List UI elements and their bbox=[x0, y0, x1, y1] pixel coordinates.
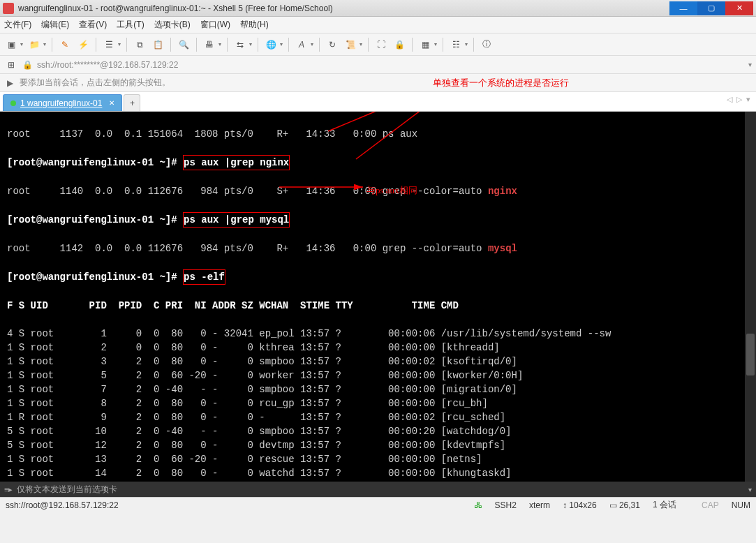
close-button[interactable]: ✕ bbox=[725, 1, 753, 15]
tile-icon[interactable]: ▦ bbox=[418, 38, 432, 52]
dropdown-icon[interactable]: ▾ bbox=[249, 41, 252, 47]
transfer-icon[interactable]: ⇆ bbox=[233, 38, 247, 52]
app-icon bbox=[3, 3, 14, 14]
highlighted-cmd-nginx: ps aux |grep nginx bbox=[183, 155, 290, 170]
menu-help[interactable]: 帮助(H) bbox=[240, 19, 269, 31]
window-title: wangruifenglinux-01 - root@wangruifengli… bbox=[18, 3, 669, 13]
fullscreen-icon[interactable]: ⛶ bbox=[374, 38, 388, 52]
ps-row: 1 R root 9 2 0 80 0 - 0 - 13:57 ? 00:00:… bbox=[7, 410, 749, 424]
ps-row: 1 S root 3 2 0 80 0 - 0 smpboo 13:57 ? 0… bbox=[7, 355, 749, 369]
dropdown-icon[interactable]: ▾ bbox=[360, 41, 362, 47]
paste-icon[interactable]: 📋 bbox=[151, 38, 165, 52]
dropdown-icon[interactable]: ▾ bbox=[748, 486, 752, 493]
sessions-icon[interactable]: ⊞ bbox=[4, 58, 18, 72]
help-icon[interactable]: ⓘ bbox=[480, 38, 494, 52]
divider bbox=[319, 38, 320, 52]
divider bbox=[96, 38, 96, 52]
size-icon: ↕ bbox=[563, 500, 567, 510]
send-bar: ≡▸ 仅将文本发送到当前选项卡 ▾ bbox=[0, 482, 756, 497]
dropdown-icon[interactable]: ▾ bbox=[311, 41, 313, 47]
font-icon[interactable]: A bbox=[295, 38, 309, 52]
status-num: NUM bbox=[732, 500, 750, 510]
terminal-line: [root@wangruifenglinux-01 ~]# ps aux |gr… bbox=[7, 155, 749, 170]
cursor-icon: ▭ bbox=[609, 500, 617, 510]
divider bbox=[126, 38, 127, 52]
tab-next-icon[interactable]: ▷ bbox=[736, 95, 742, 104]
annotation-text: 单独查看一个系统的进程是否运行 bbox=[433, 77, 569, 89]
status-cap: CAP bbox=[702, 500, 719, 510]
dropdown-icon[interactable]: ▾ bbox=[434, 41, 437, 47]
disconnect-icon[interactable]: ⚡ bbox=[76, 38, 90, 52]
dropdown-icon[interactable]: ▾ bbox=[43, 41, 46, 47]
divider bbox=[170, 38, 171, 52]
dropdown-icon[interactable]: ▾ bbox=[280, 41, 283, 47]
send-icon[interactable]: ≡▸ bbox=[4, 485, 13, 494]
toolbar: ▣▾ 📁▾ ✎ ⚡ ☰▾ ⧉ 📋 🔍 🖶▾ ⇆▾ 🌐▾ A▾ ↻ 📜▾ ⛶ 🔒 … bbox=[0, 34, 756, 56]
status-size: ↕ 104x26 bbox=[563, 500, 597, 510]
ps-row: 1 S root 13 2 0 60 -20 - 0 rescue 13:57 … bbox=[7, 452, 749, 466]
annotation-pselfnote: 与ps aux相同 bbox=[366, 184, 417, 198]
maximize-button[interactable]: ▢ bbox=[697, 1, 725, 15]
script-icon[interactable]: 📜 bbox=[343, 38, 357, 52]
address-url[interactable]: ssh://root:********@192.168.57.129:22 bbox=[37, 60, 744, 70]
terminal-scrollbar[interactable] bbox=[745, 112, 756, 482]
connect-icon[interactable]: ✎ bbox=[58, 38, 72, 52]
refresh-icon[interactable]: ↻ bbox=[325, 38, 339, 52]
add-tab-button[interactable]: + bbox=[124, 94, 140, 111]
session-tab[interactable]: 1 wangruifenglinux-01 ✕ bbox=[3, 94, 122, 111]
scrollbar-thumb[interactable] bbox=[746, 334, 755, 375]
status-dot-icon bbox=[10, 101, 16, 106]
tab-prev-icon[interactable]: ◁ bbox=[727, 95, 732, 104]
ps-row: 5 S root 12 2 0 80 0 - 0 devtmp 13:57 ? … bbox=[7, 438, 749, 452]
arrow-hint-icon[interactable]: ▶ bbox=[4, 77, 15, 89]
address-bar: ⊞ 🔒 ssh://root:********@192.168.57.129:2… bbox=[0, 56, 756, 74]
ps-row: 1 S root 15 2 0 60 -20 - 0 rescue 13:57 … bbox=[7, 480, 749, 482]
dropdown-icon[interactable]: ▾ bbox=[748, 61, 752, 68]
ssh-icon: 🖧 bbox=[474, 500, 482, 510]
window-buttons: — ▢ ✕ bbox=[669, 1, 753, 15]
dropdown-icon[interactable]: ▾ bbox=[20, 41, 23, 47]
terminal-line: root 1142 0.0 0.0 112676 984 pts/0 R+ 14… bbox=[7, 241, 749, 255]
properties-icon[interactable]: ☰ bbox=[102, 38, 116, 52]
menu-window[interactable]: 窗口(W) bbox=[200, 19, 230, 31]
send-label: 仅将文本发送到当前选项卡 bbox=[17, 484, 117, 496]
tab-list-icon[interactable]: ▾ bbox=[746, 95, 750, 104]
layout-icon[interactable]: ☷ bbox=[449, 38, 463, 52]
ps-header: F S UID PID PPID C PRI NI ADDR SZ WCHAN … bbox=[7, 299, 749, 313]
close-tab-icon[interactable]: ✕ bbox=[109, 99, 114, 107]
print-icon[interactable]: 🖶 bbox=[202, 38, 216, 52]
globe-icon[interactable]: 🌐 bbox=[264, 38, 278, 52]
highlighted-cmd-pself: ps -elf bbox=[183, 269, 225, 285]
ps-row: 1 S root 5 2 0 60 -20 - 0 worker 13:57 ?… bbox=[7, 369, 749, 382]
open-folder-icon[interactable]: 📁 bbox=[27, 38, 41, 52]
terminal-output[interactable]: root 1137 0.0 0.1 151064 1808 pts/0 R+ 1… bbox=[0, 112, 756, 482]
hint-text: 要添加当前会话，点击左侧的箭头按钮。 bbox=[20, 77, 170, 89]
minimize-button[interactable]: — bbox=[669, 1, 697, 15]
menu-edit[interactable]: 编辑(E) bbox=[41, 19, 69, 31]
menu-tabs[interactable]: 选项卡(B) bbox=[154, 19, 191, 31]
menu-file[interactable]: 文件(F) bbox=[4, 19, 31, 31]
status-term: xterm bbox=[529, 500, 550, 510]
ps-row: 1 S root 14 2 0 80 0 - 0 watchd 13:57 ? … bbox=[7, 466, 749, 480]
menu-tools[interactable]: 工具(T) bbox=[117, 19, 144, 31]
copy-icon[interactable]: ⧉ bbox=[133, 38, 147, 52]
menu-view[interactable]: 查看(V) bbox=[79, 19, 107, 31]
divider bbox=[227, 38, 228, 52]
status-bar: ssh://root@192.168.57.129:22 🖧 SSH2 xter… bbox=[0, 497, 756, 512]
divider bbox=[52, 38, 52, 52]
dropdown-icon[interactable]: ▾ bbox=[218, 41, 221, 47]
terminal-line: [root@wangruifenglinux-01 ~]# ps aux |gr… bbox=[7, 212, 749, 228]
dropdown-icon[interactable]: ▾ bbox=[118, 41, 121, 47]
ps-row: 5 S root 10 2 0 -40 - - 0 smpboo 13:57 ?… bbox=[7, 424, 749, 438]
dropdown-icon[interactable]: ▾ bbox=[465, 41, 468, 47]
lock-small-icon: 🔒 bbox=[22, 60, 33, 70]
new-session-icon[interactable]: ▣ bbox=[4, 38, 18, 52]
divider bbox=[473, 38, 474, 52]
status-ssh: SSH2 bbox=[495, 500, 517, 510]
find-icon[interactable]: 🔍 bbox=[177, 38, 191, 52]
lock-icon[interactable]: 🔒 bbox=[392, 38, 406, 52]
divider bbox=[196, 38, 197, 52]
ps-rows: 4 S root 1 0 0 80 0 - 32041 ep_pol 13:57… bbox=[7, 327, 749, 482]
tab-label: 1 wangruifenglinux-01 bbox=[20, 98, 102, 108]
divider bbox=[288, 38, 289, 52]
